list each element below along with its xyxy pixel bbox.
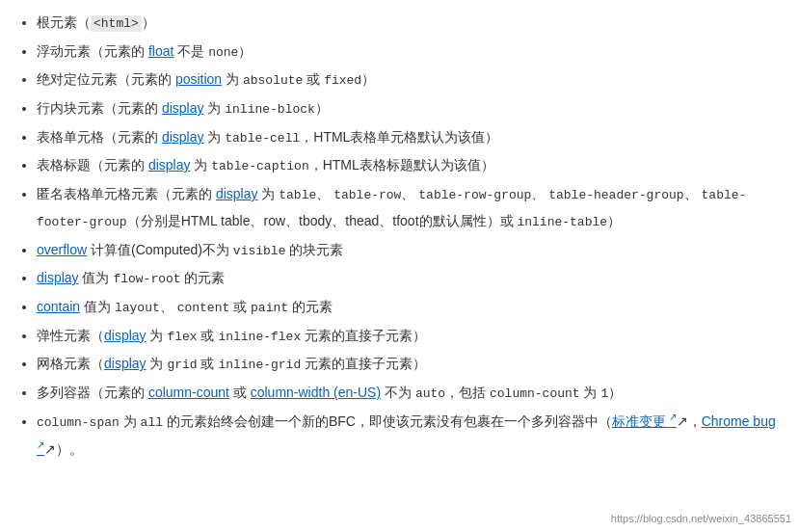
list-item-content: 匿名表格单元格元素（元素的 display 为 table、 table-row… [37,186,746,228]
list-item-content: 行内块元素（元素的 display 为 inline-block） [37,100,329,116]
list-item: 匿名表格单元格元素（元素的 display 为 table、 table-row… [37,181,780,234]
list-item: 行内块元素（元素的 display 为 inline-block） [37,95,780,122]
css-keyword: table [279,188,316,202]
css-keyword: inline-grid [218,358,301,372]
css-keyword: layout [115,301,160,315]
watermark: https://blog.csdn.net/weixin_43865551 [611,513,791,524]
css-keyword: absolute [243,73,303,88]
css-keyword: content [177,301,230,315]
css-keyword: all [141,415,163,430]
css-keyword: table-caption [211,159,308,173]
property-link[interactable]: display [162,129,204,145]
list-item-content: 绝对定位元素（元素的 position 为 absolute 或 fixed） [37,71,375,87]
css-keyword: count [543,386,580,401]
css-keyword: header-group [594,188,684,202]
property-link[interactable]: display [37,270,79,285]
css-keyword: flow-root [113,272,180,286]
property-link[interactable]: column-width (en-US) [251,385,381,400]
list-item: column-span 为 all 的元素始终会创建一个新的BFC，即使该元素没… [37,409,780,463]
external-link[interactable]: 标准变更 ↗ [612,413,677,429]
list-item: overflow 计算值(Computed)不为 visible 的块元素 [37,237,780,264]
css-keyword: column- [490,386,543,401]
list-item-content: 网格元素（display 为 grid 或 inline-grid 元素的直接子… [37,356,426,371]
list-item: contain 值为 layout、 content 或 paint 的元素 [37,294,780,321]
css-keyword: none [208,45,238,60]
list-item-content: 多列容器（元素的 column-count 或 column-width (en… [37,385,622,400]
css-keyword: column-span [37,415,120,430]
html-tag-code: <html> [91,15,142,32]
property-link[interactable]: float [148,43,173,59]
css-keyword: inline-flex [218,330,301,344]
property-link[interactable]: position [175,71,222,87]
css-keyword: table-row-group [418,188,531,202]
ext-link-icon: ↗ [666,412,677,423]
list-item-content: 浮动元素（元素的 float 不是 none） [37,43,252,59]
property-link[interactable]: column-count [148,385,229,400]
list-item: 浮动元素（元素的 float 不是 none） [37,39,780,66]
css-keyword: table-cell [225,131,300,146]
property-link[interactable]: display [216,186,258,201]
ext-link-icon: ↗ [37,439,44,450]
property-link[interactable]: display [162,100,204,116]
property-link[interactable]: overflow [37,242,87,257]
css-keyword: table- [548,188,594,202]
list-item: 表格单元格（元素的 display 为 table-cell，HTML表格单元格… [37,124,780,151]
css-keyword: visible [233,244,286,258]
css-keyword: grid [167,358,197,372]
list-item-content: 表格单元格（元素的 display 为 table-cell，HTML表格单元格… [37,129,498,145]
list-item: 根元素（<html>） [37,10,780,37]
css-keyword: inline-block [225,102,315,117]
list-item-content: display 值为 flow-root 的元素 [37,270,225,285]
property-link[interactable]: display [104,328,146,343]
list-item-content: 表格标题（元素的 display 为 table-caption，HTML表格标… [37,157,494,173]
property-link[interactable]: display [148,157,191,173]
bfc-list: 根元素（<html>）浮动元素（元素的 float 不是 none）绝对定位元素… [10,10,780,462]
css-keyword: 1 [600,386,608,401]
list-item-content: column-span 为 all 的元素始终会创建一个新的BFC，即使该元素没… [37,413,776,456]
property-link[interactable]: contain [37,299,80,314]
css-keyword: auto [415,386,445,401]
property-link[interactable]: display [104,356,146,371]
list-item: 绝对定位元素（元素的 position 为 absolute 或 fixed） [37,66,780,93]
list-item: display 值为 flow-root 的元素 [37,265,780,292]
list-item: 网格元素（display 为 grid 或 inline-grid 元素的直接子… [37,351,780,378]
css-keyword: paint [251,301,288,315]
list-item-content: 根元素（<html>） [37,14,155,30]
list-item-content: overflow 计算值(Computed)不为 visible 的块元素 [37,242,343,257]
list-item: 多列容器（元素的 column-count 或 column-width (en… [37,380,780,407]
css-keyword: fixed [324,73,361,88]
list-item-content: contain 值为 layout、 content 或 paint 的元素 [37,299,333,314]
list-item-content: 弹性元素（display 为 flex 或 inline-flex 元素的直接子… [37,328,426,343]
css-keyword: table-row [333,188,401,202]
css-keyword: inline-table [517,215,607,229]
list-item: 表格标题（元素的 display 为 table-caption，HTML表格标… [37,152,780,179]
css-keyword: flex [167,330,197,344]
list-item: 弹性元素（display 为 flex 或 inline-flex 元素的直接子… [37,323,780,350]
